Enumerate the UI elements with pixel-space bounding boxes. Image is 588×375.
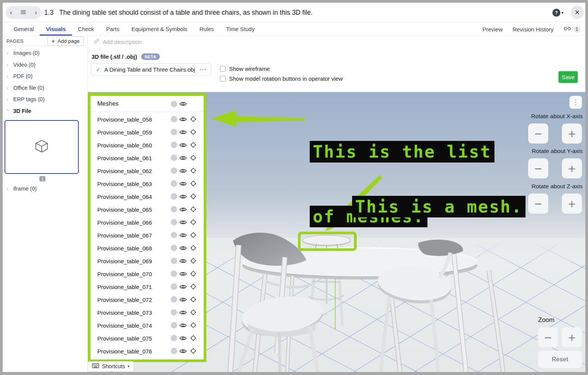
add-description-field[interactable]: Add description	[94, 38, 142, 45]
menu-icon[interactable]	[20, 9, 26, 16]
mesh-color-dot[interactable]	[171, 258, 177, 264]
mesh-color-dot[interactable]	[171, 155, 177, 161]
eye-icon[interactable]	[179, 297, 187, 303]
tab-time-study[interactable]: Time Study	[220, 22, 260, 36]
rotate-x-minus-button[interactable]: −	[528, 123, 548, 144]
mesh-row[interactable]: Provisione_table_071	[90, 280, 204, 293]
tab-rules[interactable]: Rules	[193, 22, 220, 36]
rotate-z-plus-button[interactable]: +	[562, 194, 582, 214]
sidebar-item-video[interactable]: › Video (0)	[3, 59, 87, 71]
zoom-out-button[interactable]: −	[538, 327, 558, 347]
mesh-color-dot[interactable]	[171, 167, 177, 174]
crosshair-icon[interactable]	[190, 167, 197, 175]
crosshair-icon[interactable]	[190, 335, 197, 342]
help-button[interactable]: ? ▾	[552, 9, 563, 17]
mesh-row[interactable]: Provisione_table_064	[90, 190, 204, 203]
sidebar-item-office-file[interactable]: › Office file (0)	[3, 82, 87, 94]
mesh-color-dot[interactable]	[171, 206, 177, 212]
mesh-color-dot[interactable]	[171, 322, 177, 328]
mesh-row[interactable]: Provisione_table_059	[90, 126, 204, 139]
mesh-color-dot[interactable]	[171, 180, 177, 187]
revision-history-button[interactable]: Revision History	[513, 26, 554, 33]
rotate-z-minus-button[interactable]: −	[528, 194, 548, 214]
mesh-color-dot[interactable]	[171, 296, 177, 303]
eye-icon[interactable]	[179, 348, 187, 355]
3d-file-thumbnail[interactable]	[5, 120, 79, 174]
mesh-row[interactable]: Provisione_table_076	[90, 345, 204, 358]
mesh-row[interactable]: Provisione_table_075	[90, 332, 204, 345]
eye-icon[interactable]	[179, 220, 187, 226]
tab-equipment-symbols[interactable]: Equipment & Symbols	[125, 22, 193, 36]
mesh-row[interactable]: Provisione_table_063	[90, 177, 204, 190]
mesh-color-dot[interactable]	[171, 193, 177, 200]
tab-check[interactable]: Check	[72, 22, 100, 36]
mesh-row[interactable]: Provisione_table_066	[90, 216, 204, 229]
mesh-row[interactable]: Provisione_table_073	[90, 306, 204, 319]
crosshair-icon[interactable]	[190, 232, 197, 239]
sidebar-item-3d-file[interactable]: › 3D File	[3, 105, 87, 117]
eye-icon[interactable]	[179, 155, 187, 162]
3d-file-selector[interactable]: ✓ A Dining Table and Three Chairs.obj ⋯	[91, 63, 211, 76]
crosshair-icon[interactable]	[190, 348, 197, 355]
sidebar-item-iframe[interactable]: › iframe (0)	[3, 183, 87, 195]
crosshair-icon[interactable]	[190, 309, 197, 317]
tab-parts[interactable]: Parts	[100, 22, 125, 36]
sidebar-item-erp-tags[interactable]: › ERP tags (0)	[3, 94, 87, 105]
mesh-row[interactable]: Provisione_table_072	[90, 293, 204, 306]
eye-icon[interactable]	[179, 271, 187, 278]
mesh-row[interactable]: Provisione_table_058	[90, 113, 204, 126]
mesh-color-dot[interactable]	[171, 348, 177, 354]
mesh-row[interactable]: Provisione_table_067	[90, 229, 204, 242]
eye-icon[interactable]	[179, 258, 187, 265]
eye-icon[interactable]	[179, 233, 187, 239]
mesh-row[interactable]: Provisione_table_060	[90, 139, 204, 152]
eye-icon[interactable]	[179, 168, 187, 175]
crosshair-icon[interactable]	[190, 155, 197, 162]
crosshair-icon[interactable]	[190, 283, 197, 291]
crosshair-icon[interactable]	[190, 129, 197, 136]
crosshair-icon[interactable]	[190, 206, 197, 214]
eye-icon[interactable]	[179, 101, 187, 108]
eye-icon[interactable]	[179, 181, 187, 188]
viewer-menu-button[interactable]: ⋮	[569, 96, 582, 109]
mesh-color-dot[interactable]	[171, 116, 177, 122]
mesh-color-dot[interactable]	[171, 219, 177, 225]
eye-icon[interactable]	[179, 245, 187, 252]
mesh-color-dot[interactable]	[171, 232, 177, 238]
zoom-in-button[interactable]: +	[562, 327, 582, 347]
mesh-color-dot[interactable]	[171, 270, 177, 277]
mesh-row[interactable]: Provisione_table_065	[90, 203, 204, 216]
links-button[interactable]: 1	[563, 26, 580, 33]
mesh-color-dot[interactable]	[171, 335, 177, 341]
crosshair-icon[interactable]	[190, 296, 197, 304]
crosshair-icon[interactable]	[190, 180, 197, 188]
sidebar-item-images[interactable]: › Images (0)	[3, 47, 87, 59]
rotate-x-plus-button[interactable]: +	[562, 123, 582, 144]
close-button[interactable]: ×	[571, 6, 584, 19]
eye-icon[interactable]	[179, 142, 187, 149]
eye-icon[interactable]	[179, 336, 187, 342]
mesh-row[interactable]: Provisione_table_074	[90, 319, 204, 332]
eye-icon[interactable]	[179, 130, 187, 136]
mesh-color-dot[interactable]	[171, 142, 177, 148]
rotate-y-plus-button[interactable]: +	[562, 158, 582, 178]
tab-general[interactable]: General	[8, 22, 40, 36]
mesh-row[interactable]: Provisione_table_061	[90, 152, 204, 164]
eye-icon[interactable]	[179, 323, 187, 329]
back-icon[interactable]: ‹	[10, 9, 12, 16]
mesh-color-dot[interactable]	[171, 245, 177, 251]
crosshair-icon[interactable]	[190, 219, 197, 227]
sidebar-item-pdf[interactable]: › PDF (0)	[3, 70, 87, 82]
crosshair-icon[interactable]	[190, 142, 197, 149]
eye-icon[interactable]	[179, 207, 187, 213]
crosshair-icon[interactable]	[190, 270, 197, 278]
save-button[interactable]: Save	[558, 71, 578, 83]
reset-view-button[interactable]: Reset	[538, 351, 582, 368]
preview-button[interactable]: Preview	[482, 26, 502, 33]
crosshair-icon[interactable]	[190, 258, 197, 265]
eye-icon[interactable]	[179, 310, 187, 316]
crosshair-icon[interactable]	[190, 116, 197, 123]
mesh-row[interactable]: Provisione_table_069	[90, 255, 204, 267]
rotate-y-minus-button[interactable]: −	[528, 158, 548, 178]
shortcuts-button[interactable]: Shortcuts ▾	[88, 361, 133, 371]
